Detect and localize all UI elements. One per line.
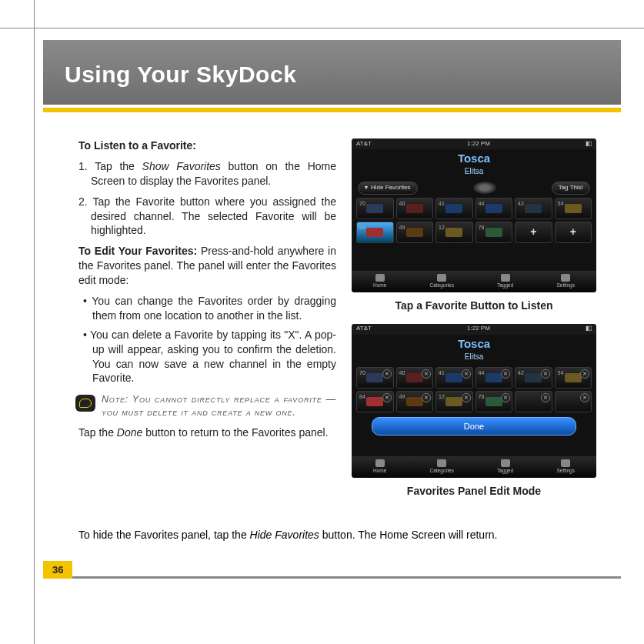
footer-rule bbox=[43, 576, 621, 579]
battery-icon: ▮▯ bbox=[586, 140, 592, 148]
station-logo bbox=[565, 204, 582, 213]
delete-x-icon[interactable]: ✕ bbox=[462, 369, 471, 379]
done-post: button to return to the Favorites panel. bbox=[142, 426, 328, 439]
delete-x-icon[interactable]: ✕ bbox=[382, 369, 392, 379]
favorite-cell-empty[interactable]: + bbox=[555, 222, 592, 243]
favorite-cell[interactable]: 41✕ bbox=[435, 367, 473, 389]
page-title: Using Your SkyDock bbox=[65, 62, 599, 88]
categories-icon bbox=[437, 459, 446, 467]
battery-icon: ▮▯ bbox=[586, 325, 592, 333]
favorite-cell[interactable]: 84✕ bbox=[356, 391, 394, 412]
favorite-cell[interactable]: 12 bbox=[435, 222, 473, 243]
favorite-cell-empty[interactable]: ✕ bbox=[555, 391, 592, 412]
manual-page: Using Your SkyDock To Listen to a Favori… bbox=[43, 40, 621, 644]
tab-tagged[interactable]: Tagged bbox=[497, 274, 513, 289]
hide-favorites-button[interactable]: ▾ Hide Favorites bbox=[358, 182, 418, 195]
delete-x-icon[interactable]: ✕ bbox=[422, 369, 431, 379]
station-logo bbox=[486, 397, 502, 406]
tagged-icon bbox=[501, 274, 510, 282]
station-logo bbox=[445, 228, 462, 237]
edit-section: To Edit Your Favorites: Press-and-hold a… bbox=[78, 244, 336, 288]
gear-icon bbox=[561, 459, 570, 467]
tab-settings[interactable]: Settings bbox=[556, 459, 575, 475]
channel-number: 49 bbox=[399, 224, 405, 231]
hide-favorites-label: Hide Favorites bbox=[371, 184, 411, 192]
station-logo bbox=[406, 397, 423, 406]
tab-categories[interactable]: Categories bbox=[429, 459, 453, 475]
station-logo bbox=[565, 373, 582, 382]
delete-x-icon[interactable]: ✕ bbox=[541, 393, 550, 402]
categories-icon bbox=[437, 274, 446, 282]
tab-bar: Home Categories Tagged Settings bbox=[352, 271, 596, 292]
station-logo bbox=[406, 228, 423, 237]
delete-x-icon[interactable]: ✕ bbox=[422, 393, 431, 402]
tag-this-button[interactable]: Tag This! bbox=[552, 182, 590, 195]
step-1: 1. Tap the Show Favorites button on the … bbox=[91, 159, 336, 189]
done-button[interactable]: Done bbox=[372, 417, 576, 436]
channel-number: 54 bbox=[558, 200, 564, 207]
page-header: Using Your SkyDock bbox=[43, 40, 621, 105]
favorite-cell[interactable]: 70 bbox=[356, 198, 394, 219]
clock-label: 1:22 PM bbox=[467, 140, 490, 148]
hide-paragraph: To hide the Favorites panel, tap the Hid… bbox=[43, 528, 621, 542]
crop-mark-vertical bbox=[34, 0, 35, 644]
vehicle-icon bbox=[473, 182, 496, 194]
favorite-cell[interactable]: 49 bbox=[396, 222, 434, 243]
delete-x-icon[interactable]: ✕ bbox=[501, 393, 510, 402]
channel-number: 44 bbox=[479, 200, 485, 207]
done-row: Done bbox=[352, 412, 596, 441]
caption-edit: Favorites Panel Edit Mode bbox=[352, 484, 596, 499]
tab-home[interactable]: Home bbox=[373, 459, 386, 475]
favorite-cell[interactable]: 49✕ bbox=[396, 391, 434, 412]
channel-number: 78 bbox=[479, 393, 485, 400]
favorite-cell[interactable]: 42✕ bbox=[515, 367, 552, 389]
step1-em: Show Favorites bbox=[142, 160, 221, 172]
favorite-cell[interactable]: 78 bbox=[475, 222, 513, 243]
station-logo bbox=[406, 373, 423, 382]
favorite-cell[interactable]: 44 bbox=[475, 198, 513, 219]
favorite-cell[interactable]: 44✕ bbox=[475, 367, 513, 389]
favorite-cell[interactable]: 78✕ bbox=[475, 391, 513, 412]
delete-x-icon[interactable]: ✕ bbox=[541, 369, 550, 379]
favorite-cell-selected[interactable]: 84 bbox=[356, 222, 394, 243]
delete-x-icon[interactable]: ✕ bbox=[382, 393, 392, 402]
now-playing-subtitle: Elitsa bbox=[352, 352, 596, 362]
station-logo bbox=[486, 228, 502, 237]
favorite-cell[interactable]: 41 bbox=[435, 198, 473, 219]
favorite-cell[interactable]: 54✕ bbox=[555, 367, 592, 389]
favorite-cell[interactable]: 40✕ bbox=[396, 367, 434, 389]
delete-x-icon[interactable]: ✕ bbox=[462, 393, 471, 402]
done-em: Done bbox=[117, 426, 142, 439]
favorite-cell[interactable]: 54 bbox=[555, 198, 592, 219]
favorite-cell[interactable]: 12✕ bbox=[435, 391, 473, 412]
bullet-delete: • You can delete a Favorite by tapping i… bbox=[92, 328, 336, 386]
channel-number: 84 bbox=[359, 393, 365, 400]
tab-label: Settings bbox=[556, 468, 575, 475]
status-bar: AT&T 1:22 PM ▮▯ bbox=[352, 138, 596, 149]
tab-bar: Home Categories Tagged Settings bbox=[352, 456, 596, 478]
favorite-cell-empty[interactable]: ✕ bbox=[515, 391, 552, 412]
station-logo bbox=[445, 204, 462, 213]
tab-home[interactable]: Home bbox=[373, 274, 386, 289]
favorites-grid: 70 40 41 44 42 54 84 49 12 78 + + bbox=[352, 198, 596, 243]
step1-pre: 1. Tap the bbox=[78, 160, 142, 172]
favorite-cell-empty[interactable]: + bbox=[515, 222, 552, 243]
channel-number: 41 bbox=[439, 369, 445, 376]
plus-icon: + bbox=[570, 225, 576, 239]
crop-mark-horizontal bbox=[0, 28, 644, 28]
gear-icon bbox=[561, 274, 570, 282]
delete-x-icon[interactable]: ✕ bbox=[501, 369, 510, 379]
favorite-cell[interactable]: 40 bbox=[396, 198, 434, 219]
home-icon bbox=[375, 459, 385, 467]
tab-categories[interactable]: Categories bbox=[429, 274, 453, 289]
station-logo bbox=[525, 373, 542, 382]
favorite-cell[interactable]: 42 bbox=[515, 198, 552, 219]
delete-x-icon[interactable]: ✕ bbox=[580, 369, 589, 379]
content-columns: To Listen to a Favorite: 1. Tap the Show… bbox=[43, 112, 621, 517]
favorite-cell[interactable]: 70✕ bbox=[356, 367, 394, 389]
station-logo bbox=[486, 204, 502, 213]
delete-x-icon[interactable]: ✕ bbox=[580, 393, 589, 402]
tab-tagged[interactable]: Tagged bbox=[497, 459, 513, 475]
tab-settings[interactable]: Settings bbox=[556, 274, 575, 289]
bullet-reorder: • You can change the Favorites order by … bbox=[92, 294, 336, 323]
